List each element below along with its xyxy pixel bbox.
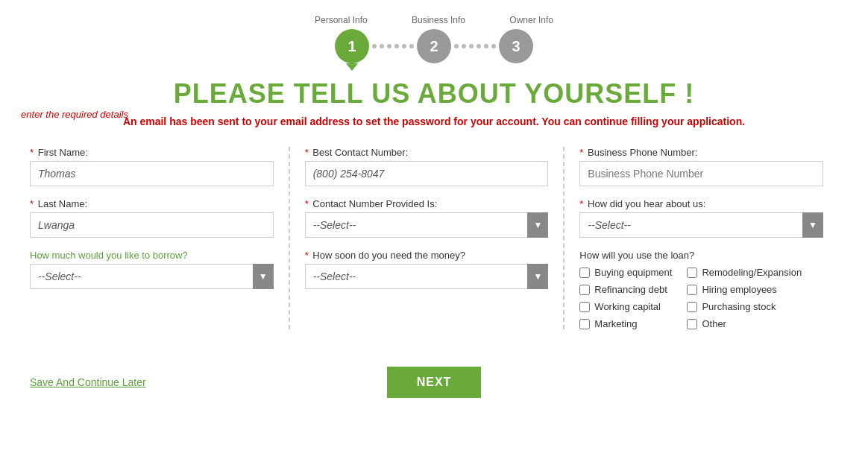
first-name-group: * First Name:	[30, 147, 274, 186]
business-phone-input[interactable]	[579, 161, 823, 186]
form-col-2: * Best Contact Number: * Contact Number …	[290, 147, 565, 329]
contact-type-select-wrapper: --Select-- ▼	[305, 212, 549, 238]
list-item: Working capital	[579, 301, 672, 312]
step1-dots	[372, 44, 414, 48]
last-name-group: * Last Name:	[30, 198, 274, 238]
money-select-wrapper: --Select-- ▼	[305, 264, 549, 289]
borrow-group: How much would you like to borrow? --Sel…	[30, 250, 274, 289]
marketing-checkbox[interactable]	[579, 319, 590, 329]
contact-label: * Best Contact Number:	[305, 147, 549, 158]
list-item: Buying equipment	[579, 267, 672, 278]
working-capital-label: Working capital	[594, 301, 661, 312]
working-capital-checkbox[interactable]	[579, 302, 590, 312]
step3-circle: 3	[499, 29, 533, 63]
hear-label: * How did you hear about us:	[579, 198, 823, 209]
hear-select-wrapper: --Select-- ▼	[579, 212, 823, 238]
list-item: Remodeling/Expansion	[687, 267, 802, 278]
other-label: Other	[702, 318, 726, 329]
steps-row: 1 2 3	[335, 29, 533, 63]
step2-label: Business Info	[412, 15, 465, 25]
refinancing-debt-label: Refinancing debt	[594, 284, 667, 295]
sidebar-hint: enter the required details	[15, 108, 134, 121]
step2-dots	[454, 44, 496, 48]
next-button[interactable]: NEXT	[387, 367, 482, 398]
list-item: Refinancing debt	[579, 284, 672, 295]
bottom-section: Save And Continue Later NEXT	[0, 352, 868, 413]
last-name-label: * Last Name:	[30, 198, 274, 209]
step2-circle: 2	[417, 29, 451, 63]
business-phone-group: * Business Phone Number:	[579, 147, 823, 186]
contact-input[interactable]	[305, 161, 549, 186]
last-name-input[interactable]	[30, 212, 274, 238]
contact-type-select[interactable]: --Select--	[305, 212, 549, 238]
business-phone-label: * Business Phone Number:	[579, 147, 823, 158]
borrow-select[interactable]: --Select--	[30, 264, 274, 289]
remodeling-label: Remodeling/Expansion	[702, 267, 802, 278]
contact-group: * Best Contact Number:	[305, 147, 549, 186]
loan-use-group: How will you use the loan? Buying equipm…	[579, 250, 823, 329]
buying-equipment-checkbox[interactable]	[579, 268, 590, 278]
contact-type-label: * Contact Number Provided Is:	[305, 198, 549, 209]
purchasing-checkbox[interactable]	[687, 302, 697, 312]
other-checkbox[interactable]	[687, 319, 697, 329]
step1-circle: 1	[335, 29, 369, 63]
step3-label: Owner Info	[509, 15, 553, 25]
hiring-label: Hiring employees	[702, 284, 776, 295]
hiring-checkbox[interactable]	[687, 285, 697, 295]
form-section: * First Name: * Last Name: How much woul…	[0, 132, 868, 344]
page-title: PLEASE TELL US ABOUT YOURSELF !	[15, 78, 853, 110]
checkbox-col-2: Remodeling/Expansion Hiring employees Pu…	[687, 267, 802, 329]
step1-label: Personal Info	[315, 15, 368, 25]
buying-equipment-label: Buying equipment	[594, 267, 672, 278]
money-select[interactable]: --Select--	[305, 264, 549, 289]
progress-section: Personal Info Business Info Owner Info 1…	[0, 0, 868, 71]
list-item: Hiring employees	[687, 284, 802, 295]
list-item: Purchasing stock	[687, 301, 802, 312]
money-group: * How soon do you need the money? --Sele…	[305, 250, 549, 289]
subtitle: An email has been sent to your email add…	[15, 116, 853, 127]
refinancing-debt-checkbox[interactable]	[579, 285, 590, 295]
remodeling-checkbox[interactable]	[687, 268, 697, 278]
list-item: Other	[687, 318, 802, 329]
marketing-label: Marketing	[594, 318, 637, 329]
contact-type-group: * Contact Number Provided Is: --Select--…	[305, 198, 549, 238]
borrow-select-wrapper: --Select-- ▼	[30, 264, 274, 289]
hear-group: * How did you hear about us: --Select-- …	[579, 198, 823, 238]
borrow-label: How much would you like to borrow?	[30, 250, 274, 261]
purchasing-label: Purchasing stock	[702, 301, 776, 312]
save-later-link[interactable]: Save And Continue Later	[30, 376, 146, 388]
list-item: Marketing	[579, 318, 672, 329]
loan-use-label: How will you use the loan?	[579, 250, 823, 261]
first-name-label: * First Name:	[30, 147, 274, 158]
form-col-1: * First Name: * Last Name: How much woul…	[30, 147, 290, 329]
hear-select[interactable]: --Select--	[579, 212, 823, 238]
money-label: * How soon do you need the money?	[305, 250, 549, 261]
checkbox-columns: Buying equipment Refinancing debt Workin…	[579, 267, 823, 329]
checkbox-col-1: Buying equipment Refinancing debt Workin…	[579, 267, 672, 329]
header-section: PLEASE TELL US ABOUT YOURSELF ! An email…	[0, 71, 868, 132]
first-name-input[interactable]	[30, 161, 274, 186]
form-col-3: * Business Phone Number: * How did you h…	[564, 147, 838, 329]
